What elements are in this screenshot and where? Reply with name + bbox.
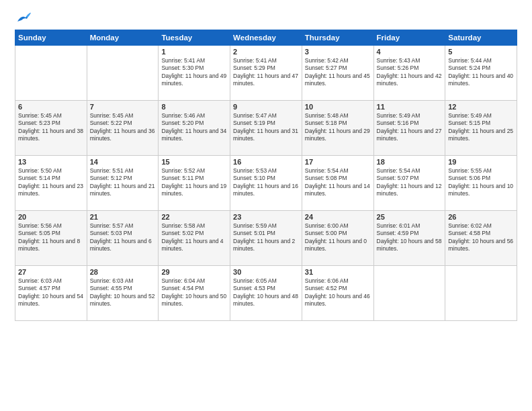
sunset-label: Sunset: 5:24 PM: [448, 64, 490, 71]
sunrise-label: Sunrise: 5:41 AM: [233, 57, 277, 64]
sunset-label: Sunset: 4:59 PM: [377, 230, 419, 236]
sunset-label: Sunset: 4:57 PM: [18, 285, 60, 291]
calendar-cell: 28 Sunrise: 6:03 AM Sunset: 4:55 PM Dayl…: [87, 266, 159, 321]
sunrise-label: Sunrise: 6:02 AM: [448, 222, 492, 229]
calendar-cell: [15, 46, 87, 101]
sunrise-label: Sunrise: 5:58 AM: [161, 222, 205, 229]
calendar-week-row: 20 Sunrise: 5:56 AM Sunset: 5:05 PM Dayl…: [15, 211, 517, 266]
sunrise-label: Sunrise: 5:41 AM: [161, 57, 205, 64]
day-info: Sunrise: 6:03 AM Sunset: 4:57 PM Dayligh…: [18, 277, 84, 308]
day-number: 29: [161, 268, 227, 276]
day-info: Sunrise: 6:03 AM Sunset: 4:55 PM Dayligh…: [90, 277, 156, 308]
calendar-week-row: 27 Sunrise: 6:03 AM Sunset: 4:57 PM Dayl…: [15, 266, 517, 321]
sunrise-label: Sunrise: 5:48 AM: [305, 112, 349, 119]
calendar-day-header: Sunday: [15, 30, 87, 46]
calendar-cell: 18 Sunrise: 5:54 AM Sunset: 5:07 PM Dayl…: [373, 156, 445, 211]
day-info: Sunrise: 5:51 AM Sunset: 5:12 PM Dayligh…: [90, 167, 156, 198]
calendar-week-row: 13 Sunrise: 5:50 AM Sunset: 5:14 PM Dayl…: [15, 156, 517, 211]
day-info: Sunrise: 5:55 AM Sunset: 5:06 PM Dayligh…: [448, 167, 514, 198]
sunset-label: Sunset: 5:05 PM: [18, 230, 60, 236]
day-number: 6: [18, 103, 84, 111]
day-info: Sunrise: 6:05 AM Sunset: 4:53 PM Dayligh…: [233, 277, 299, 308]
sunrise-label: Sunrise: 6:06 AM: [305, 277, 349, 284]
daylight-label: Daylight: 11 hours and 12 minutes.: [377, 183, 442, 197]
sunset-label: Sunset: 5:11 PM: [161, 175, 204, 181]
day-number: 12: [448, 103, 514, 111]
day-number: 2: [233, 48, 299, 56]
day-number: 16: [233, 158, 299, 166]
daylight-label: Daylight: 11 hours and 34 minutes.: [161, 128, 226, 142]
day-number: 30: [233, 268, 299, 276]
calendar-cell: 20 Sunrise: 5:56 AM Sunset: 5:05 PM Dayl…: [15, 211, 87, 266]
daylight-label: Daylight: 11 hours and 14 minutes.: [305, 183, 370, 197]
day-info: Sunrise: 6:06 AM Sunset: 4:52 PM Dayligh…: [305, 277, 371, 308]
daylight-label: Daylight: 10 hours and 54 minutes.: [18, 293, 83, 307]
day-number: 15: [161, 158, 227, 166]
calendar-day-header: Tuesday: [159, 30, 230, 46]
calendar-cell: 19 Sunrise: 5:55 AM Sunset: 5:06 PM Dayl…: [445, 156, 517, 211]
day-info: Sunrise: 5:57 AM Sunset: 5:03 PM Dayligh…: [90, 222, 156, 253]
calendar-cell: 31 Sunrise: 6:06 AM Sunset: 4:52 PM Dayl…: [302, 266, 373, 321]
calendar-cell: 11 Sunrise: 5:49 AM Sunset: 5:16 PM Dayl…: [373, 101, 445, 156]
sunset-label: Sunset: 5:29 PM: [233, 64, 275, 71]
day-info: Sunrise: 5:54 AM Sunset: 5:07 PM Dayligh…: [377, 167, 443, 198]
logo: [15, 12, 31, 24]
daylight-label: Daylight: 11 hours and 2 minutes.: [233, 238, 295, 252]
daylight-label: Daylight: 11 hours and 0 minutes.: [305, 238, 367, 252]
day-info: Sunrise: 5:45 AM Sunset: 5:22 PM Dayligh…: [90, 112, 156, 143]
calendar-cell: 5 Sunrise: 5:44 AM Sunset: 5:24 PM Dayli…: [445, 46, 517, 101]
daylight-label: Daylight: 11 hours and 29 minutes.: [305, 128, 370, 142]
calendar-cell: 4 Sunrise: 5:43 AM Sunset: 5:26 PM Dayli…: [373, 46, 445, 101]
sunset-label: Sunset: 4:53 PM: [233, 285, 275, 291]
sunrise-label: Sunrise: 5:42 AM: [305, 57, 349, 64]
calendar: SundayMondayTuesdayWednesdayThursdayFrid…: [15, 30, 517, 321]
day-number: 27: [18, 268, 84, 276]
day-number: 25: [377, 213, 443, 221]
daylight-label: Daylight: 10 hours and 50 minutes.: [161, 293, 226, 307]
sunrise-label: Sunrise: 6:00 AM: [305, 222, 349, 229]
calendar-cell: 22 Sunrise: 5:58 AM Sunset: 5:02 PM Dayl…: [159, 211, 230, 266]
calendar-cell: 24 Sunrise: 6:00 AM Sunset: 5:00 PM Dayl…: [302, 211, 373, 266]
calendar-cell: [373, 266, 445, 321]
sunrise-label: Sunrise: 5:54 AM: [377, 167, 420, 174]
day-info: Sunrise: 5:41 AM Sunset: 5:30 PM Dayligh…: [161, 57, 227, 88]
day-number: 10: [305, 103, 371, 111]
calendar-cell: 7 Sunrise: 5:45 AM Sunset: 5:22 PM Dayli…: [87, 101, 159, 156]
sunset-label: Sunset: 5:18 PM: [305, 120, 347, 126]
sunrise-label: Sunrise: 6:05 AM: [233, 277, 277, 284]
daylight-label: Daylight: 11 hours and 19 minutes.: [161, 183, 226, 197]
calendar-week-row: 1 Sunrise: 5:41 AM Sunset: 5:30 PM Dayli…: [15, 46, 517, 101]
daylight-label: Daylight: 11 hours and 31 minutes.: [233, 128, 298, 142]
sunset-label: Sunset: 5:14 PM: [18, 175, 60, 181]
sunset-label: Sunset: 5:01 PM: [233, 230, 275, 236]
calendar-cell: 30 Sunrise: 6:05 AM Sunset: 4:53 PM Dayl…: [230, 266, 302, 321]
day-number: 11: [377, 103, 443, 111]
calendar-day-header: Friday: [373, 30, 445, 46]
day-info: Sunrise: 5:54 AM Sunset: 5:08 PM Dayligh…: [305, 167, 371, 198]
daylight-label: Daylight: 11 hours and 49 minutes.: [161, 73, 226, 87]
day-info: Sunrise: 6:01 AM Sunset: 4:59 PM Dayligh…: [377, 222, 443, 253]
day-info: Sunrise: 5:52 AM Sunset: 5:11 PM Dayligh…: [161, 167, 227, 198]
daylight-label: Daylight: 11 hours and 6 minutes.: [90, 238, 152, 252]
sunrise-label: Sunrise: 5:49 AM: [377, 112, 420, 119]
sunset-label: Sunset: 5:02 PM: [161, 230, 204, 236]
day-info: Sunrise: 6:02 AM Sunset: 4:58 PM Dayligh…: [448, 222, 514, 253]
sunset-label: Sunset: 4:52 PM: [305, 285, 347, 291]
sunrise-label: Sunrise: 5:57 AM: [90, 222, 134, 229]
day-number: 19: [448, 158, 514, 166]
sunset-label: Sunset: 5:19 PM: [233, 120, 275, 126]
calendar-cell: 3 Sunrise: 5:42 AM Sunset: 5:27 PM Dayli…: [302, 46, 373, 101]
sunset-label: Sunset: 5:20 PM: [161, 120, 204, 126]
sunrise-label: Sunrise: 5:44 AM: [448, 57, 492, 64]
sunset-label: Sunset: 5:03 PM: [90, 230, 132, 236]
day-info: Sunrise: 5:46 AM Sunset: 5:20 PM Dayligh…: [161, 112, 227, 143]
day-number: 4: [377, 48, 443, 56]
daylight-label: Daylight: 11 hours and 27 minutes.: [377, 128, 442, 142]
calendar-day-header: Monday: [87, 30, 159, 46]
calendar-cell: 8 Sunrise: 5:46 AM Sunset: 5:20 PM Dayli…: [159, 101, 230, 156]
daylight-label: Daylight: 11 hours and 42 minutes.: [377, 73, 442, 87]
day-info: Sunrise: 5:41 AM Sunset: 5:29 PM Dayligh…: [233, 57, 299, 88]
day-number: 17: [305, 158, 371, 166]
calendar-cell: 13 Sunrise: 5:50 AM Sunset: 5:14 PM Dayl…: [15, 156, 87, 211]
sunset-label: Sunset: 5:27 PM: [305, 64, 347, 71]
